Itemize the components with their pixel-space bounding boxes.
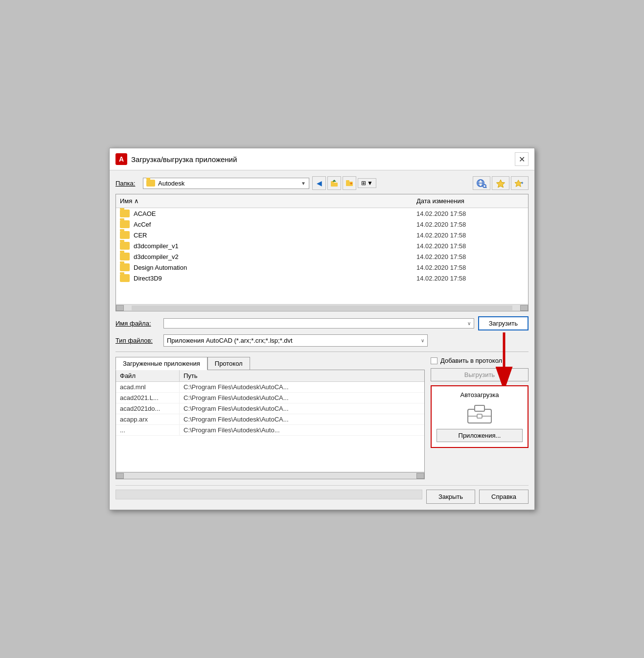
folder-label: Папка:: [115, 180, 140, 187]
file-list-row[interactable]: CER 14.02.2020 17:58: [116, 230, 528, 240]
cell-file: acapp.arx: [116, 414, 180, 424]
svg-rect-19: [477, 414, 482, 418]
filetype-select[interactable]: Приложения AutoCAD (*.arx;*.crx;*.lsp;*.…: [163, 334, 428, 347]
filename-row: Имя файла: ∨ Загрузить: [115, 316, 529, 330]
sort-icon: ∧: [134, 197, 139, 205]
filetype-row: Тип файлов: Приложения AutoCAD (*.arx;*.…: [115, 334, 529, 347]
filetype-dropdown-arrow: ∨: [421, 338, 424, 343]
loaded-apps-table[interactable]: Файл Путь acad.mnl C:\Program Files\Auto…: [115, 370, 425, 472]
lower-left: Загруженные приложения Протокол Файл Пут…: [115, 357, 425, 479]
file-name: d3dcompiler_v1: [134, 242, 179, 250]
file-row-name: d3dcompiler_v1: [120, 242, 416, 250]
filetype-label: Тип файлов:: [115, 337, 160, 344]
file-row-name: d3dcompiler_v2: [120, 253, 416, 260]
filename-input[interactable]: ∨: [163, 318, 474, 329]
folder-icon: [120, 263, 130, 271]
toolbar-row: Папка: Autodesk ▼ ◀: [115, 176, 529, 190]
search-network-button[interactable]: [473, 176, 490, 190]
up-folder-icon: [330, 179, 338, 187]
cell-path: C:\Program Files\Autodesk\Auto...: [180, 425, 424, 435]
apps-button[interactable]: Приложения...: [437, 429, 523, 442]
svg-text:+: +: [350, 181, 352, 186]
file-name: ACAOE: [134, 210, 156, 217]
folder-icon: [120, 220, 130, 228]
col-file-header: Файл: [116, 370, 180, 381]
cell-path: C:\Program Files\Autodesk\AutoCA...: [180, 393, 424, 403]
favorites-button[interactable]: [492, 176, 509, 190]
cell-file: ...: [116, 425, 180, 435]
file-row-name: Design Automation: [120, 263, 416, 271]
dialog-close-button[interactable]: Закрыть: [426, 490, 475, 504]
lower-section: Загруженные приложения Протокол Файл Пут…: [115, 357, 529, 479]
add-to-startup-checkbox[interactable]: [431, 357, 437, 364]
cell-file: acad2021.L...: [116, 393, 180, 403]
search-globe-icon: [476, 178, 487, 188]
col-date-header[interactable]: Дата изменения: [413, 196, 520, 206]
folder-icon: [120, 253, 130, 260]
file-list-row[interactable]: Direct3D9 14.02.2020 17:58: [116, 273, 528, 283]
file-list-horizontal-scrollbar[interactable]: [116, 304, 528, 311]
table-row[interactable]: acad.mnl C:\Program Files\Autodesk\AutoC…: [116, 382, 424, 393]
file-list-row[interactable]: d3dcompiler_v1 14.02.2020 17:58: [116, 240, 528, 251]
table-row[interactable]: ... C:\Program Files\Autodesk\Auto...: [116, 425, 424, 436]
dialog-title: Загрузка/выгрузка приложений: [131, 155, 237, 164]
file-name: Direct3D9: [134, 275, 162, 282]
main-dialog: A Загрузка/выгрузка приложений ✕ Папка: …: [109, 148, 535, 510]
table-row[interactable]: acapp.arx C:\Program Files\Autodesk\Auto…: [116, 414, 424, 425]
file-list-body[interactable]: ACAOE 14.02.2020 17:58 AcCef 14.02.2020 …: [116, 208, 528, 304]
table-row[interactable]: acad2021do... C:\Program Files\Autodesk\…: [116, 403, 424, 414]
file-list-row[interactable]: Design Automation 14.02.2020 17:58: [116, 262, 528, 273]
load-button[interactable]: Загрузить: [478, 316, 529, 330]
filename-label: Имя файла:: [115, 320, 160, 327]
file-list-row[interactable]: ACAOE 14.02.2020 17:58: [116, 208, 528, 219]
table-header: Файл Путь: [116, 370, 424, 382]
tab-loaded-apps[interactable]: Загруженные приложения: [115, 357, 207, 370]
star-icon: [496, 179, 506, 188]
right-nav-buttons: +: [473, 176, 529, 190]
table-row[interactable]: acad2021.L... C:\Program Files\Autodesk\…: [116, 393, 424, 403]
file-date: 14.02.2020 17:58: [416, 253, 524, 260]
cell-file: acad2021do...: [116, 403, 180, 414]
autoload-title: Автозагрузка: [460, 391, 499, 399]
col-path-header: Путь: [180, 370, 416, 381]
file-list-container: Имя ∧ Дата изменения ACAOE 14.02.2020 17…: [115, 194, 529, 311]
file-list-header: Имя ∧ Дата изменения: [116, 194, 528, 208]
loaded-apps-hscrollbar[interactable]: [115, 472, 425, 479]
back-button[interactable]: ◀: [312, 176, 326, 190]
col-name-header[interactable]: Имя ∧: [116, 196, 413, 206]
file-list-row[interactable]: AcCef 14.02.2020 17:58: [116, 219, 528, 230]
dialog-body: Папка: Autodesk ▼ ◀: [110, 170, 534, 510]
folder-dropdown[interactable]: Autodesk ▼: [143, 178, 309, 189]
file-date: 14.02.2020 17:58: [416, 275, 524, 282]
title-bar: A Загрузка/выгрузка приложений ✕: [110, 148, 534, 170]
file-date: 14.02.2020 17:58: [416, 232, 524, 239]
folder-icon: [120, 274, 130, 282]
folder-icon: [146, 180, 155, 187]
unload-button[interactable]: Выгрузить: [431, 368, 529, 381]
new-folder-button[interactable]: +: [343, 176, 356, 190]
autoload-box: Автозагрузка Приложения...: [431, 385, 529, 448]
lower-right: Добавить в протокол Выгрузить Автозагруз…: [431, 357, 529, 479]
tab-log[interactable]: Протокол: [207, 357, 250, 370]
view-grid-icon: ⊞: [361, 180, 366, 187]
title-bar-left: A Загрузка/выгрузка приложений: [115, 153, 237, 165]
filetype-value: Приложения AutoCAD (*.arx;*.crx;*.lsp;*.…: [167, 337, 293, 344]
svg-rect-0: [331, 183, 338, 187]
cell-path: C:\Program Files\Autodesk\AutoCA...: [180, 414, 424, 424]
add-favorites-button[interactable]: +: [511, 176, 529, 190]
up-folder-button[interactable]: [327, 176, 341, 190]
svg-rect-4: [346, 180, 349, 182]
cell-file: acad.mnl: [116, 382, 180, 392]
file-list-row[interactable]: d3dcompiler_v2 14.02.2020 17:58: [116, 251, 528, 262]
view-button[interactable]: ⊞ ▼: [358, 178, 376, 188]
file-name: d3dcompiler_v2: [134, 253, 179, 260]
cell-path: C:\Program Files\Autodesk\AutoCA...: [180, 403, 424, 414]
dialog-help-button[interactable]: Справка: [479, 490, 529, 504]
folder-name: Autodesk: [158, 180, 184, 187]
star-add-icon: +: [515, 179, 525, 188]
add-to-startup-row: Добавить в протокол: [431, 357, 529, 364]
svg-text:+: +: [521, 181, 524, 186]
add-to-startup-label: Добавить в протокол: [440, 357, 502, 364]
file-name: Design Automation: [134, 264, 187, 271]
close-icon[interactable]: ✕: [515, 152, 529, 166]
